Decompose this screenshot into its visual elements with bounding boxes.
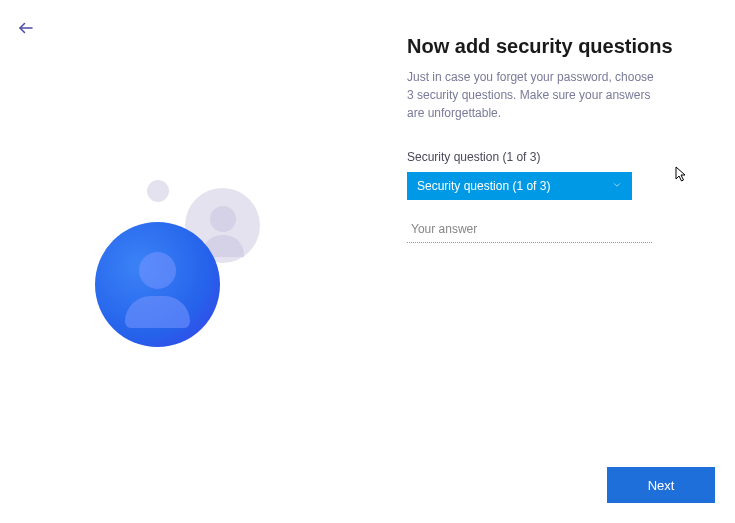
mouse-cursor-icon: [675, 166, 689, 184]
user-illustration: [90, 180, 270, 380]
back-button[interactable]: [15, 17, 37, 39]
answer-input[interactable]: [407, 216, 652, 243]
next-button[interactable]: Next: [607, 467, 715, 503]
page-title: Now add security questions: [407, 35, 657, 58]
security-question-dropdown[interactable]: Security question (1 of 3): [407, 172, 632, 200]
question-label: Security question (1 of 3): [407, 150, 657, 164]
chevron-down-icon: [612, 180, 622, 192]
page-description: Just in case you forget your password, c…: [407, 68, 657, 122]
dropdown-selected-text: Security question (1 of 3): [417, 179, 550, 193]
